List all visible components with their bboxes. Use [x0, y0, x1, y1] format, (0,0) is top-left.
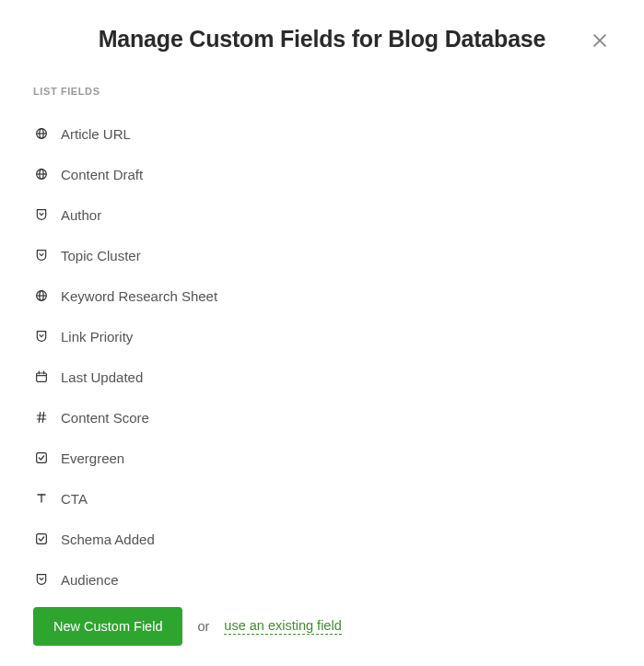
section-label: LIST FIELDS [33, 86, 611, 97]
svg-rect-19 [37, 453, 47, 463]
field-item[interactable]: Content Score [33, 397, 611, 438]
field-label: Last Updated [61, 369, 143, 385]
shield-dropdown-icon [33, 206, 50, 223]
field-label: Audience [61, 572, 119, 588]
field-item[interactable]: Author [33, 194, 611, 235]
svg-line-18 [42, 413, 43, 423]
field-item[interactable]: Article URL [33, 113, 611, 154]
svg-line-17 [39, 413, 40, 423]
globe-icon [33, 166, 50, 182]
field-item[interactable]: Evergreen [33, 438, 611, 478]
shield-dropdown-icon [33, 247, 50, 263]
use-existing-field-link[interactable]: use an existing field [224, 618, 341, 635]
calendar-icon [33, 368, 50, 385]
hash-icon [33, 409, 50, 426]
field-item[interactable]: Keyword Research Sheet [33, 275, 611, 316]
field-list: Article URL Content Draft Author Topic C… [33, 113, 611, 600]
checkbox-icon [33, 531, 50, 547]
field-label: Schema Added [61, 532, 155, 547]
shield-dropdown-icon [33, 571, 50, 588]
field-label: Link Priority [61, 329, 133, 345]
shield-dropdown-icon [33, 328, 50, 345]
field-label: Content Score [61, 410, 149, 426]
field-label: Topic Cluster [61, 248, 141, 263]
dialog-header: Manage Custom Fields for Blog Database [33, 26, 611, 53]
svg-rect-22 [37, 534, 47, 544]
field-item[interactable]: Topic Cluster [33, 235, 611, 275]
field-label: Evergreen [61, 450, 124, 466]
globe-icon [33, 125, 50, 142]
svg-rect-11 [37, 373, 47, 381]
field-item[interactable]: Content Draft [33, 154, 611, 194]
or-text: or [197, 619, 209, 634]
field-label: Article URL [61, 126, 131, 142]
field-item[interactable]: Last Updated [33, 356, 611, 397]
new-custom-field-button[interactable]: New Custom Field [33, 607, 182, 646]
dialog-title: Manage Custom Fields for Blog Database [99, 26, 546, 53]
checkbox-icon [33, 450, 50, 466]
globe-icon [33, 287, 50, 304]
field-item[interactable]: Link Priority [33, 316, 611, 356]
field-item[interactable]: CTA [33, 478, 611, 519]
field-label: Keyword Research Sheet [61, 288, 217, 304]
field-item[interactable]: Schema Added [33, 519, 611, 559]
text-icon [33, 490, 50, 507]
close-icon [590, 30, 610, 51]
field-label: Content Draft [61, 167, 143, 182]
field-label: CTA [61, 491, 88, 507]
dialog-footer: New Custom Field or use an existing fiel… [33, 607, 342, 646]
close-button[interactable] [589, 29, 611, 52]
field-item[interactable]: Audience [33, 559, 611, 600]
field-label: Author [61, 207, 101, 223]
